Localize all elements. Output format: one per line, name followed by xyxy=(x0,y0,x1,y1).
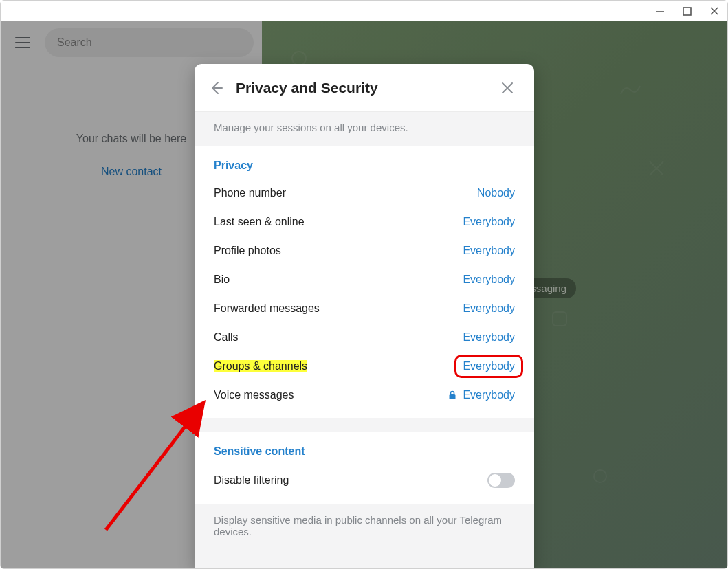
row-label: Calls xyxy=(214,331,239,344)
row-forwarded-messages[interactable]: Forwarded messages Everybody xyxy=(195,294,534,323)
row-value: Everybody xyxy=(463,274,515,286)
section-gap xyxy=(195,418,534,432)
row-label: Profile photos xyxy=(214,245,281,257)
row-value: Everybody xyxy=(463,216,515,228)
row-profile-photos[interactable]: Profile photos Everybody xyxy=(195,236,534,265)
app-body: Search Your chats will be here New conta… xyxy=(1,21,727,568)
modal-content[interactable]: Manage your sessions on all your devices… xyxy=(195,112,534,568)
row-value: Nobody xyxy=(477,187,515,199)
row-label: Last seen & online xyxy=(214,216,305,228)
row-label: Bio xyxy=(214,274,230,286)
lock-icon xyxy=(448,390,457,400)
title-bar xyxy=(1,1,727,21)
svg-rect-0 xyxy=(683,8,691,15)
sensitive-section: Sensitive content Disable filtering xyxy=(195,432,534,504)
modal-header: Privacy and Security xyxy=(195,64,534,112)
row-label: Voice messages xyxy=(214,389,294,401)
back-arrow-icon[interactable] xyxy=(201,74,230,102)
sessions-description: Manage your sessions on all your devices… xyxy=(195,112,534,146)
row-value: Everybody xyxy=(463,360,515,372)
row-groups-channels[interactable]: Groups & channels Everybody xyxy=(195,352,534,381)
sensitive-description: Display sensitive media in public channe… xyxy=(195,504,534,550)
row-bio[interactable]: Bio Everybody xyxy=(195,265,534,294)
row-last-seen[interactable]: Last seen & online Everybody xyxy=(195,208,534,236)
row-label: Phone number xyxy=(214,187,286,199)
maximize-button[interactable] xyxy=(683,7,692,16)
close-window-button[interactable] xyxy=(709,6,719,16)
row-label: Disable filtering xyxy=(214,474,289,487)
svg-rect-4 xyxy=(450,394,456,399)
minimize-button[interactable] xyxy=(655,6,665,16)
privacy-settings-modal: Privacy and Security Manage your session… xyxy=(195,64,534,568)
modal-title: Privacy and Security xyxy=(236,80,493,96)
privacy-section: Privacy Phone number Nobody Last seen & … xyxy=(195,146,534,418)
row-calls[interactable]: Calls Everybody xyxy=(195,323,534,352)
row-value: Everybody xyxy=(463,331,515,344)
privacy-heading: Privacy xyxy=(195,158,534,179)
row-label: Groups & channels xyxy=(214,360,307,372)
sensitive-heading: Sensitive content xyxy=(195,444,534,465)
disable-filtering-toggle[interactable] xyxy=(487,473,515,488)
row-value: Everybody xyxy=(448,389,515,401)
row-value: Everybody xyxy=(463,302,515,315)
row-phone-number[interactable]: Phone number Nobody xyxy=(195,179,534,208)
close-modal-icon[interactable] xyxy=(493,74,522,102)
row-label: Forwarded messages xyxy=(214,302,320,315)
row-disable-filtering[interactable]: Disable filtering xyxy=(195,465,534,496)
row-value: Everybody xyxy=(463,245,515,257)
app-window: Search Your chats will be here New conta… xyxy=(0,0,728,569)
row-voice-messages[interactable]: Voice messages Everybody xyxy=(195,381,534,410)
